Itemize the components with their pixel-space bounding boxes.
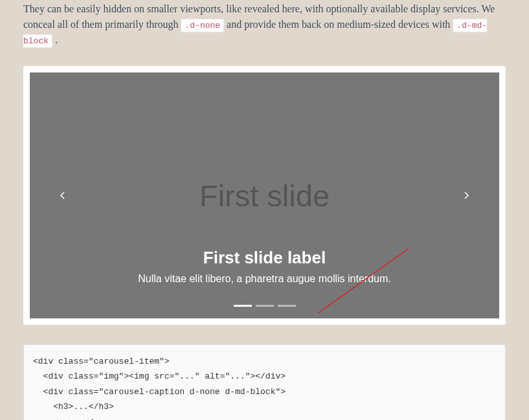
slide-placeholder-text: First slide [199,178,330,214]
intro-text-2: and provide them back on medium-sized de… [227,19,453,30]
chevron-right-icon [461,190,473,201]
intro-paragraph: They can be easily hidden on smaller vie… [23,0,506,48]
indicator-1[interactable] [234,305,252,307]
intro-text-3: . [55,34,58,45]
carousel: First slide First slide label Nulla vita… [30,72,499,318]
code-d-none: .d-none [181,19,224,32]
carousel-indicators [234,305,296,307]
caption-text: Nulla vitae elit libero, a pharetra augu… [30,273,499,285]
chevron-left-icon [56,190,68,201]
carousel-prev-button[interactable] [49,182,75,208]
indicator-3[interactable] [278,305,296,307]
carousel-demo-container: First slide First slide label Nulla vita… [23,66,506,325]
carousel-next-button[interactable] [454,182,480,208]
indicator-2[interactable] [256,305,274,307]
caption-heading: First slide label [30,248,499,268]
carousel-caption: First slide label Nulla vitae elit liber… [30,248,499,285]
code-sample-block: <div class="carousel-item"> <div class="… [23,344,506,420]
